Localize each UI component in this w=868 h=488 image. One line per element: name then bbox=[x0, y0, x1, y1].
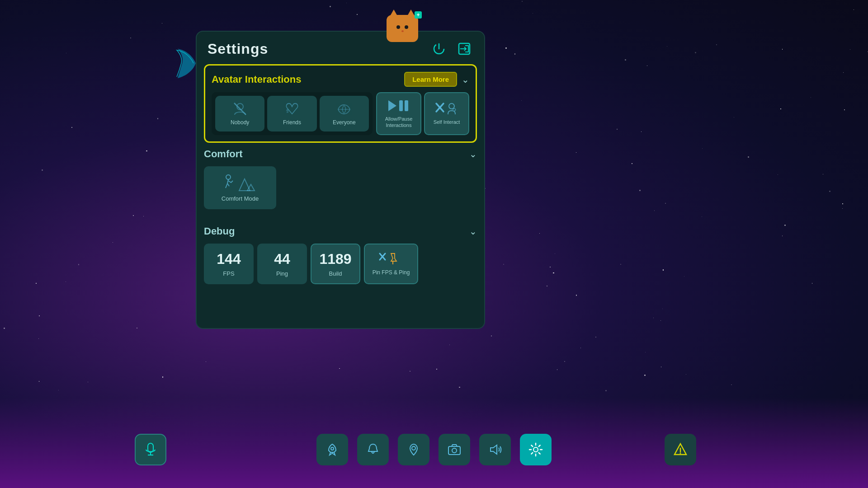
ping-value: 44 bbox=[274, 251, 290, 267]
settings-panel: Settings Avatar Interact bbox=[196, 31, 485, 329]
self-interact-label: Self Interact bbox=[434, 119, 460, 125]
svg-rect-20 bbox=[148, 443, 153, 452]
svg-point-12 bbox=[449, 103, 454, 109]
mascot: + bbox=[384, 13, 420, 44]
svg-point-30 bbox=[680, 453, 681, 454]
power-button[interactable] bbox=[430, 40, 448, 58]
svg-line-14 bbox=[227, 179, 228, 183]
debug-section-title: Debug bbox=[204, 225, 235, 237]
header-icons bbox=[430, 40, 473, 58]
debug-section: Debug ⌄ 144 FPS 44 Ping 1189 Build bbox=[204, 220, 477, 288]
build-label: Build bbox=[329, 270, 342, 277]
sound-nav-button[interactable] bbox=[479, 434, 511, 465]
svg-marker-27 bbox=[491, 445, 497, 454]
mic-nav-button[interactable] bbox=[135, 434, 166, 465]
allow-pause-icon bbox=[387, 99, 411, 113]
svg-rect-25 bbox=[448, 446, 460, 455]
learn-more-button[interactable]: Learn More bbox=[404, 72, 457, 87]
svg-marker-7 bbox=[388, 100, 396, 111]
svg-rect-8 bbox=[399, 100, 403, 111]
fps-label: FPS bbox=[223, 270, 234, 277]
comfort-buttons-row: Comfort Mode bbox=[204, 166, 477, 209]
debug-section-header: Debug ⌄ bbox=[204, 224, 477, 239]
comfort-section: Comfort ⌄ bbox=[204, 143, 477, 213]
nobody-icon bbox=[232, 101, 248, 117]
interaction-buttons-grid: Nobody Friends bbox=[212, 92, 469, 135]
panel-scroll-area[interactable]: Avatar Interactions Learn More ⌄ bbox=[197, 64, 484, 328]
nobody-button[interactable]: Nobody bbox=[215, 96, 264, 131]
friends-label: Friends bbox=[283, 119, 301, 126]
avatar-section-chevron[interactable]: ⌄ bbox=[462, 74, 469, 85]
fps-button[interactable]: 144 FPS bbox=[204, 244, 254, 284]
svg-point-28 bbox=[533, 447, 538, 452]
build-button[interactable]: 1189 Build bbox=[311, 244, 360, 284]
wing-left-decoration bbox=[172, 45, 199, 81]
svg-point-24 bbox=[412, 446, 415, 450]
panel-header: Settings bbox=[197, 32, 484, 64]
svg-point-26 bbox=[452, 448, 457, 453]
warning-nav-button[interactable] bbox=[665, 434, 696, 465]
allow-pause-label: Allow/PauseInteractions bbox=[385, 116, 413, 129]
avatar-interactions-section: Avatar Interactions Learn More ⌄ bbox=[204, 64, 477, 143]
nobody-label: Nobody bbox=[231, 119, 249, 126]
fps-value: 144 bbox=[217, 251, 241, 267]
settings-nav-button[interactable] bbox=[520, 434, 552, 465]
self-interact-icon bbox=[434, 102, 459, 116]
panel-title: Settings bbox=[208, 41, 268, 57]
svg-point-13 bbox=[226, 175, 231, 179]
friends-button[interactable]: Friends bbox=[267, 96, 316, 131]
exit-button[interactable] bbox=[455, 40, 473, 58]
everyone-button[interactable]: Everyone bbox=[320, 96, 369, 131]
comfort-section-chevron[interactable]: ⌄ bbox=[469, 149, 477, 160]
ping-button[interactable]: 44 Ping bbox=[257, 244, 307, 284]
comfort-section-header: Comfort ⌄ bbox=[204, 146, 477, 162]
debug-section-chevron[interactable]: ⌄ bbox=[469, 226, 477, 237]
build-value: 1189 bbox=[319, 251, 351, 267]
svg-rect-9 bbox=[405, 100, 408, 111]
bottom-nav bbox=[0, 434, 868, 465]
avatar-section-header: Avatar Interactions Learn More ⌄ bbox=[212, 72, 469, 87]
svg-point-23 bbox=[331, 447, 334, 450]
pin-fps-icon bbox=[378, 252, 404, 266]
comfort-mode-button[interactable]: Comfort Mode bbox=[204, 166, 276, 209]
self-interact-button[interactable]: Self Interact bbox=[424, 92, 469, 135]
avatar-section-title: Avatar Interactions bbox=[212, 74, 301, 85]
friends-icon bbox=[284, 101, 300, 117]
allow-pause-button[interactable]: Allow/PauseInteractions bbox=[376, 92, 421, 135]
comfort-section-title: Comfort bbox=[204, 148, 243, 160]
pin-fps-ping-button[interactable]: Pin FPS & Ping bbox=[364, 244, 418, 284]
camera-nav-button[interactable] bbox=[439, 434, 470, 465]
comfort-mode-label: Comfort Mode bbox=[222, 195, 259, 202]
bell-nav-button[interactable] bbox=[357, 434, 389, 465]
interaction-left-group: Nobody Friends bbox=[212, 92, 373, 135]
interaction-right-group: Allow/PauseInteractions bbox=[376, 92, 469, 135]
ping-label: Ping bbox=[276, 270, 288, 277]
comfort-mode-icon bbox=[222, 174, 258, 192]
location-nav-button[interactable] bbox=[398, 434, 429, 465]
pin-fps-ping-label: Pin FPS & Ping bbox=[373, 269, 410, 276]
everyone-label: Everyone bbox=[333, 119, 356, 126]
everyone-icon bbox=[336, 101, 352, 117]
rocket-nav-button[interactable] bbox=[316, 434, 348, 465]
debug-buttons-row: 144 FPS 44 Ping 1189 Build bbox=[204, 244, 477, 284]
